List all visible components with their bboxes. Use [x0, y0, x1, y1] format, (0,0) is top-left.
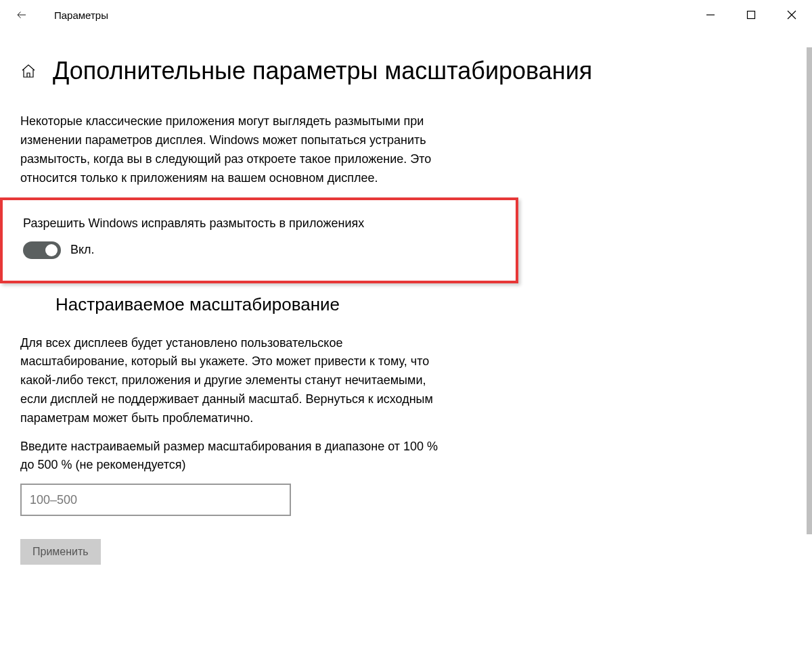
back-button[interactable] [14, 7, 30, 23]
arrow-left-icon [16, 9, 28, 21]
window-controls [690, 0, 812, 30]
toggle-knob [45, 244, 58, 256]
fix-blur-toggle[interactable] [23, 241, 61, 259]
titlebar-left: Параметры [14, 7, 108, 23]
minimize-button[interactable] [690, 0, 731, 30]
intro-description: Некоторые классические приложения могут … [20, 112, 440, 188]
custom-scaling-description: Для всех дисплеев будет установлено поль… [20, 334, 440, 428]
page-header: Дополнительные параметры масштабирования [20, 57, 792, 85]
toggle-state-label: Вкл. [70, 243, 95, 257]
fix-blur-label: Разрешить Windows исправлять размытость … [23, 216, 516, 231]
home-icon[interactable] [20, 63, 37, 79]
scaling-input-label: Введите настраиваемый размер масштабиров… [20, 438, 440, 474]
scaling-input[interactable] [20, 484, 291, 516]
content-area: Дополнительные параметры масштабирования… [0, 30, 812, 578]
custom-scaling-heading: Настраиваемое масштабирование [55, 294, 792, 315]
highlighted-fix-blur-section: Разрешить Windows исправлять размытость … [0, 197, 518, 283]
maximize-icon [746, 10, 756, 20]
toggle-row: Вкл. [23, 241, 516, 259]
close-icon [787, 10, 796, 20]
minimize-icon [706, 10, 715, 20]
apply-button[interactable]: Применить [20, 539, 101, 565]
titlebar: Параметры [0, 0, 812, 30]
window-title: Параметры [54, 9, 108, 21]
scrollbar-track[interactable] [807, 47, 812, 636]
close-button[interactable] [771, 0, 812, 30]
scrollbar-thumb[interactable] [807, 47, 812, 534]
maximize-button[interactable] [731, 0, 771, 30]
page-title: Дополнительные параметры масштабирования [53, 57, 592, 85]
svg-rect-0 [748, 11, 755, 19]
